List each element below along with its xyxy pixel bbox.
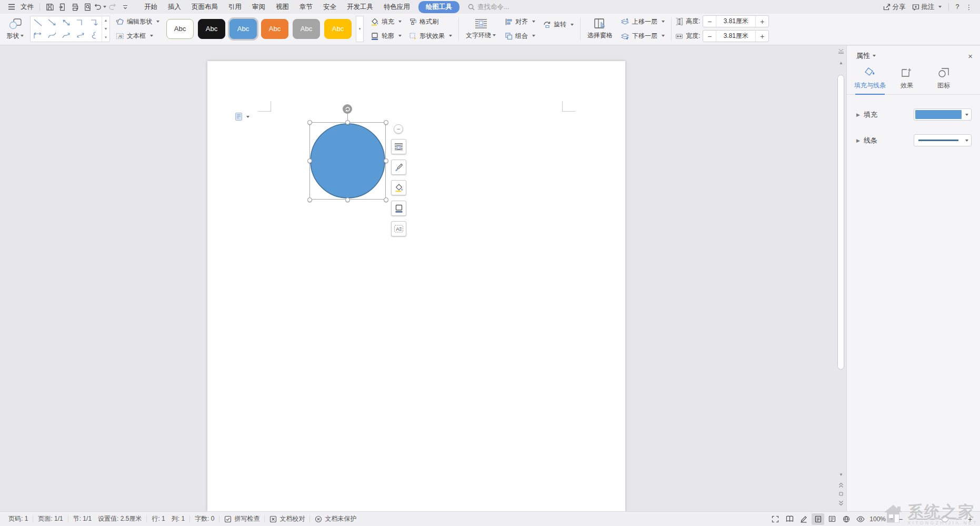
shape-s-curve[interactable]: [87, 29, 102, 42]
fill-button[interactable]: 填充: [368, 16, 404, 28]
page-setup-widget[interactable]: [235, 112, 249, 121]
resize-handle-s[interactable]: [345, 197, 350, 202]
help-button[interactable]: ?: [953, 3, 962, 11]
export-pdf-icon[interactable]: [56, 2, 68, 12]
style-swatch-1[interactable]: Abc: [166, 19, 194, 39]
tab-security[interactable]: 安全: [318, 1, 342, 13]
style-swatch-5[interactable]: Abc: [293, 19, 320, 39]
find-command-box[interactable]: 查找命令...: [468, 3, 509, 12]
wrap-layout-button[interactable]: [391, 139, 406, 154]
previous-page-button[interactable]: [836, 481, 846, 489]
comment-button[interactable]: 批注: [909, 3, 944, 12]
outline-view-button[interactable]: [826, 513, 838, 525]
doc-protect-button[interactable]: 文档未保护: [312, 514, 359, 523]
selection-pane-button[interactable]: 选择窗格: [584, 15, 616, 43]
quick-outline-button[interactable]: [391, 201, 406, 216]
tab-section[interactable]: 章节: [294, 1, 318, 13]
shape-elbow[interactable]: [73, 16, 87, 29]
web-layout-button[interactable]: [840, 513, 853, 525]
rotate-button[interactable]: 旋转: [540, 18, 576, 31]
tab-drawing-tools-active[interactable]: 绘图工具: [418, 1, 459, 13]
zoom-out-button[interactable]: −: [896, 515, 905, 523]
height-value[interactable]: 3.81厘米: [716, 16, 756, 27]
shape-arrow[interactable]: [45, 16, 59, 29]
spell-check-button[interactable]: 拼写检查: [221, 514, 263, 523]
zoom-slider[interactable]: [909, 519, 962, 520]
status-page-number[interactable]: 页码: 1: [5, 514, 31, 523]
resize-handle-e[interactable]: [384, 158, 388, 163]
tab-special-apps[interactable]: 特色应用: [378, 1, 415, 13]
rotate-handle[interactable]: [343, 104, 352, 114]
tab-home[interactable]: 开始: [139, 1, 163, 13]
group-button[interactable]: 组合: [502, 30, 538, 42]
resize-handle-se[interactable]: [384, 197, 388, 202]
text-box-button[interactable]: A 文本框: [113, 30, 162, 42]
zoom-level[interactable]: 100%: [868, 515, 894, 523]
gallery-scroll-up-icon[interactable]: ▲: [102, 16, 109, 25]
next-page-button[interactable]: [836, 499, 846, 507]
hamburger-menu-icon[interactable]: [5, 2, 18, 12]
status-row[interactable]: 行: 1: [148, 514, 168, 523]
shape-elbow-arrow[interactable]: [87, 16, 102, 29]
tab-developer[interactable]: 开发工具: [342, 1, 378, 13]
quick-style-brush-button[interactable]: [391, 160, 406, 175]
scroll-down-icon[interactable]: ▼: [836, 470, 846, 479]
collapse-toolbar-button[interactable]: −: [394, 124, 403, 134]
send-backward-button[interactable]: 下移一层: [618, 30, 667, 42]
print-layout-button[interactable]: [812, 513, 824, 525]
align-button[interactable]: 对齐: [502, 16, 538, 28]
fill-color-select[interactable]: [914, 108, 972, 121]
height-increase-button[interactable]: +: [756, 16, 768, 27]
print-icon[interactable]: [68, 2, 81, 12]
shape-curve-double-arrow[interactable]: [73, 29, 87, 42]
resize-handle-n[interactable]: [345, 120, 350, 125]
height-decrease-button[interactable]: −: [703, 16, 716, 27]
panel-tab-fill-line[interactable]: 填充与线条: [853, 65, 887, 94]
shape-elbow-double-arrow[interactable]: [31, 29, 45, 42]
status-column[interactable]: 列: 1: [168, 514, 188, 523]
tab-review[interactable]: 审阅: [247, 1, 271, 13]
gallery-scroll-down-icon[interactable]: ▼: [102, 25, 109, 33]
zoom-slider-thumb[interactable]: [942, 515, 948, 522]
status-page-count[interactable]: 页面: 1/1: [35, 514, 66, 523]
write-mode-button[interactable]: [797, 513, 810, 525]
status-word-count[interactable]: 字数: 0: [192, 514, 217, 523]
style-gallery-more[interactable]: ▾: [356, 16, 364, 42]
style-swatch-6[interactable]: Abc: [324, 19, 352, 39]
outline-button[interactable]: 轮廓: [368, 30, 404, 42]
panel-tab-effects[interactable]: 效果: [890, 65, 924, 94]
quick-fill-button[interactable]: [391, 180, 406, 195]
hide-ruler-button[interactable]: [836, 47, 846, 55]
read-layout-button[interactable]: [783, 513, 796, 525]
share-button[interactable]: 分享: [881, 3, 908, 12]
bring-forward-button[interactable]: 上移一层: [618, 16, 667, 28]
resize-handle-ne[interactable]: [384, 120, 388, 125]
status-section[interactable]: 节: 1/1: [70, 514, 95, 523]
fill-expand-icon[interactable]: ▶: [856, 112, 860, 117]
width-decrease-button[interactable]: −: [703, 31, 716, 42]
scroll-up-icon[interactable]: ▲: [836, 58, 846, 67]
zoom-in-button[interactable]: +: [965, 515, 975, 523]
line-expand-icon[interactable]: ▶: [856, 138, 860, 143]
shape-curve[interactable]: [45, 29, 59, 42]
print-preview-icon[interactable]: [81, 2, 94, 12]
shape-double-arrow[interactable]: [59, 16, 73, 29]
line-style-select[interactable]: [914, 134, 972, 146]
status-setting-value[interactable]: 设置值: 2.5厘米: [95, 514, 145, 523]
gallery-more-icon[interactable]: ▾: [102, 33, 109, 42]
document-page[interactable]: − A: [207, 61, 625, 511]
undo-icon[interactable]: [94, 2, 106, 12]
select-browse-object-button[interactable]: [836, 490, 846, 498]
eye-protect-button[interactable]: [854, 513, 867, 525]
resize-handle-nw[interactable]: [307, 120, 312, 125]
tab-insert[interactable]: 插入: [163, 1, 186, 13]
panel-title-dropdown-icon[interactable]: [873, 55, 876, 57]
width-increase-button[interactable]: +: [756, 31, 768, 42]
file-menu[interactable]: 文件: [18, 3, 36, 12]
save-icon[interactable]: [43, 2, 56, 12]
resize-handle-sw[interactable]: [307, 197, 312, 202]
edit-shape-button[interactable]: 编辑形状: [113, 16, 162, 28]
shape-line[interactable]: [31, 16, 45, 29]
tab-view[interactable]: 视图: [271, 1, 294, 13]
shape-curve-arrow[interactable]: [59, 29, 73, 42]
